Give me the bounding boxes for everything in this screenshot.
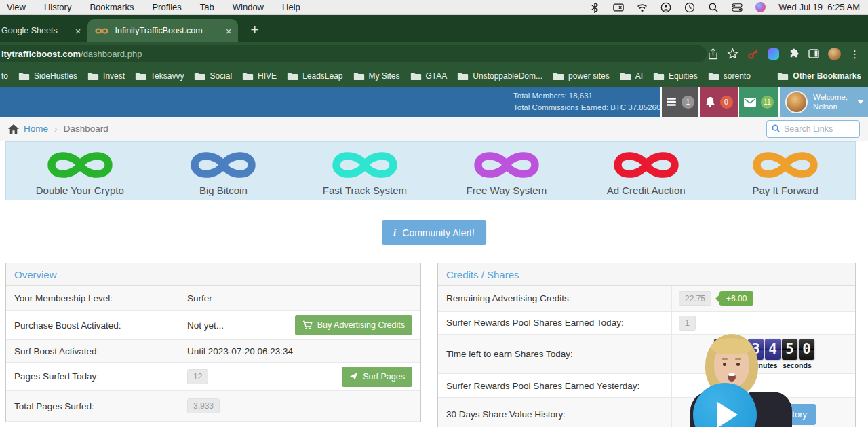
menubar-menus: View History Bookmarks Profiles Tab Wind…	[0, 2, 300, 12]
program-ad-credit-auction[interactable]: Ad Credit Auction	[606, 146, 686, 196]
menu-bookmarks[interactable]: Bookmarks	[90, 2, 134, 12]
table-row: Pages Surfed Today: 12 Surf Pages	[6, 363, 420, 391]
address-bar[interactable]: itytrafficboost.com/dashboard.php	[0, 45, 707, 62]
pages-surfed-today-badge: 12	[187, 369, 208, 384]
bookmark-item[interactable]: SideHustles	[18, 71, 77, 81]
search-links-box	[766, 120, 860, 138]
credits-delta-badge: +6.00	[719, 291, 753, 306]
infinity-favicon-icon	[94, 26, 109, 35]
infinity-logo-icon	[183, 146, 263, 184]
total-pages-surfed-badge: 3,933	[187, 398, 220, 413]
total-commissions: Total Commissions Earned: BTC 37.8526009…	[513, 102, 674, 113]
menu-count-badge: 1	[682, 96, 694, 109]
notifications-count-badge: 0	[720, 96, 733, 109]
extensions-puzzle-icon[interactable]	[788, 48, 800, 60]
overview-panel: Overview Your Membership Level: Surfer P…	[5, 263, 421, 422]
table-row: 30 Days Share Value History: Share Value…	[438, 398, 855, 427]
bluetooth-icon[interactable]	[589, 2, 600, 13]
keyboard-switcher-icon[interactable]	[613, 2, 624, 13]
table-row: Your Membership Level: Surfer	[6, 286, 420, 311]
membership-value: Surfer	[187, 293, 212, 303]
share-icon[interactable]	[708, 48, 718, 60]
other-bookmarks[interactable]: Other Bookmarks	[753, 65, 861, 87]
site-menu-button[interactable]: 1	[660, 87, 698, 117]
menu-tab[interactable]: Tab	[200, 2, 214, 12]
browser-menu-kebab-icon[interactable]: ⋮	[850, 49, 860, 59]
buy-advertising-credits-button[interactable]: Buy Advertising Credits	[295, 315, 412, 335]
user-avatar	[785, 91, 808, 113]
program-logo-strip: Double Your Crypto Big Bitcoin Fast Trac…	[5, 141, 856, 200]
info-icon: i	[393, 227, 396, 238]
new-tab-button[interactable]: +	[250, 22, 258, 42]
bookmark-item[interactable]: Teksavvy	[135, 71, 184, 81]
program-big-bitcoin[interactable]: Big Bitcoin	[183, 146, 263, 196]
bookmark-item[interactable]: power sites	[553, 71, 610, 81]
tab-google-sheets[interactable]: Google Sheets ×	[0, 19, 87, 42]
bookmark-item[interactable]: HIVE	[242, 71, 277, 81]
notifications-button[interactable]: 0	[698, 87, 738, 117]
tab-active-title: InfinityTrafficBoost.com	[115, 26, 220, 35]
header-buttons: 1 0 11 Welcome, Nelson	[660, 87, 868, 117]
bookmark-item[interactable]: AI	[620, 71, 643, 81]
cart-icon	[302, 320, 313, 330]
panel-title: Credits / Shares	[446, 269, 519, 280]
browser-profile-avatar[interactable]	[828, 48, 841, 60]
menu-view[interactable]: View	[7, 2, 26, 12]
bookmark-item-partial[interactable]: to	[0, 71, 8, 81]
screen: View History Bookmarks Profiles Tab Wind…	[0, 0, 868, 427]
play-icon	[717, 402, 738, 427]
program-fast-track-system[interactable]: Fast Track System	[323, 146, 407, 196]
tab-close-icon[interactable]: ×	[226, 26, 232, 36]
menu-window[interactable]: Window	[233, 2, 264, 12]
bookmark-item[interactable]: LeadsLeap	[287, 71, 342, 81]
program-double-your-crypto[interactable]: Double Your Crypto	[36, 146, 124, 196]
breadcrumb-bar: Home › Dashboard	[0, 117, 868, 141]
breadcrumb-chevron-icon: ›	[54, 124, 58, 134]
tab-close-icon[interactable]: ×	[75, 26, 81, 36]
bookmark-star-icon[interactable]	[727, 48, 738, 59]
siri-icon[interactable]	[755, 2, 766, 12]
bookmark-item[interactable]: Social	[194, 71, 232, 81]
tab-google-sheets-title: Google Sheets	[1, 26, 58, 35]
menu-history[interactable]: History	[44, 2, 71, 12]
table-row: Total Pages Surfed: 3,933	[6, 391, 420, 422]
bookmark-item[interactable]: My Sites	[353, 71, 400, 81]
infinity-logo-icon	[40, 146, 120, 184]
credits-shares-panel: Credits / Shares Remaining Advertising C…	[437, 263, 856, 427]
user-menu[interactable]: Welcome, Nelson	[778, 87, 868, 117]
menubar-clock[interactable]: Wed Jul 19 6:25 AM	[778, 2, 860, 12]
site-stats: Total Members: 18,631 Total Commissions …	[513, 90, 674, 113]
browser-toolbar: itytrafficboost.com/dashboard.php ⋮	[0, 42, 868, 65]
password-key-extension-icon[interactable]	[747, 48, 759, 60]
avatar-face	[714, 343, 749, 387]
search-links-input[interactable]	[784, 124, 854, 134]
envelope-icon	[744, 98, 756, 107]
home-icon	[8, 124, 19, 134]
menu-profiles[interactable]: Profiles	[152, 2, 181, 12]
messages-button[interactable]: 11	[738, 87, 778, 117]
side-panel-icon[interactable]	[808, 49, 819, 58]
wifi-icon[interactable]	[637, 2, 648, 13]
breadcrumb-home-link[interactable]: Home	[24, 124, 48, 134]
menu-help[interactable]: Help	[282, 2, 300, 12]
browser-tabbar: Google Sheets × InfinityTrafficBoost.com…	[0, 15, 868, 42]
surf-pages-button[interactable]: Surf Pages	[342, 367, 412, 387]
total-members: Total Members: 18,631	[513, 90, 674, 102]
spotlight-search-icon[interactable]	[708, 2, 719, 13]
user-account-icon[interactable]	[660, 2, 671, 13]
bookmark-item[interactable]: UnstoppableDom...	[457, 71, 542, 81]
bookmark-item[interactable]: sorento	[708, 71, 751, 81]
bookmark-item[interactable]: Invest	[87, 71, 125, 81]
control-center-icon[interactable]	[732, 2, 743, 13]
bookmark-item[interactable]: Equities	[653, 71, 698, 81]
list-icon	[666, 97, 677, 107]
program-free-way-system[interactable]: Free Way System	[467, 146, 547, 196]
bell-icon	[705, 96, 715, 107]
tab-infinitytrafficboost[interactable]: InfinityTrafficBoost.com ×	[87, 19, 238, 42]
gradient-extension-icon[interactable]	[768, 48, 779, 60]
bookmark-item[interactable]: GTAA	[410, 71, 448, 81]
chevron-down-icon	[857, 100, 864, 104]
community-alert-button[interactable]: i Community Alert!	[382, 220, 486, 245]
time-machine-icon[interactable]	[684, 2, 695, 13]
program-pay-it-forward[interactable]: Pay It Forward	[745, 146, 825, 196]
